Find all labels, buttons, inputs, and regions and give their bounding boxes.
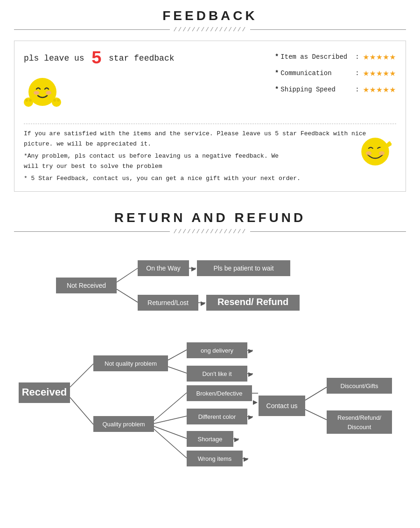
returned-lost-label: Returned/Lost [147,299,189,306]
svg-point-1 [34,91,39,95]
resend-refund-label: Resend/ Refund [217,297,288,307]
svg-marker-53 [244,457,248,462]
headline-pre: pls leave us [24,54,84,63]
different-color-label: Different color [198,413,236,420]
feedback-body-line-1: If you are satisfied with the items and … [24,129,396,139]
colon-1: : [355,53,359,61]
svg-marker-33 [248,349,253,354]
rating-label-item-described: Item as Described [280,53,355,61]
emoji-right [359,135,392,184]
stars-shipping: ★★★★★ [363,83,396,96]
feedback-body: If you are satisfied with the items and … [24,124,396,184]
svg-text:Discount: Discount [348,424,371,431]
svg-point-13 [366,151,371,155]
quality-label: Quality problem [102,421,145,428]
svg-point-5 [25,99,28,102]
feedback-left: pls leave us 5 star feedback [24,49,175,119]
svg-marker-36 [248,372,253,377]
broken-defective-label: Broken/Defective [196,390,243,397]
svg-line-57 [305,410,327,420]
svg-point-3 [24,97,33,107]
feedback-section: FEEDBACK //////////////// pls leave us 5… [0,0,420,206]
rating-label-communication: Communication [280,69,355,77]
asterisk-3: * [275,86,279,93]
not-received-diagram: Not Received On the Way Pls be patient t… [19,252,411,322]
svg-point-6 [29,99,32,102]
svg-line-41 [154,426,187,438]
rating-row-communication: * Communication : ★★★★★ [275,67,396,79]
on-the-way-label: On the Way [146,264,180,272]
svg-line-16 [117,268,138,282]
rating-row-shipping: * Shipping Speed : ★★★★★ [275,83,396,96]
feedback-title: FEEDBACK [14,8,406,23]
colon-2: : [355,69,359,77]
shortage-label: Shortage [198,436,223,443]
refund-divider-slashes: //////////////// [170,228,251,235]
refund-title: RETURN AND REFUND [14,210,406,225]
refund-divider-line-left [14,231,170,232]
body-text-2: picture. we will be appreciated it. [24,140,151,147]
feedback-body-line-4: will try our best to solve the problem [24,161,396,172]
received-label: Received [22,386,67,398]
feedback-divider: //////////////// [14,26,406,33]
feedback-body-line-3: *Any problem, pls contact us before leav… [24,151,396,161]
svg-marker-23 [201,301,205,306]
refund-divider-line-right [250,231,406,232]
svg-point-8 [57,99,60,102]
not-received-label: Not Received [67,282,106,289]
resend-refund-discount-label: Resend/Refund/ [337,414,381,421]
svg-line-30 [168,350,187,360]
svg-point-7 [53,99,56,102]
stars-communication: ★★★★★ [363,67,396,79]
feedback-body-line-2: picture. we will be appreciated it. [24,139,396,149]
svg-line-39 [154,393,187,421]
svg-line-40 [154,416,187,424]
feedback-top: pls leave us 5 star feedback [24,49,396,119]
feedback-headline: pls leave us 5 star feedback [24,49,175,69]
body-text-4: will try our best to solve the problem [24,163,162,170]
divider-line-left [14,29,170,30]
svg-marker-47 [253,400,258,405]
long-delivery-label: ong delivery [201,347,234,354]
svg-line-28 [70,397,93,424]
stars-item-described: ★★★★★ [363,50,396,63]
discount-gifts-label: Discount/Gifts [341,382,378,389]
svg-marker-51 [234,438,239,442]
divider-line-right [250,29,406,30]
headline-post: star feedback [109,54,174,63]
divider-slashes: //////////////// [170,26,251,33]
body-text-5: * 5 Star Feedback, contact us, you can g… [24,175,301,182]
asterisk-1: * [275,53,279,61]
svg-marker-49 [248,415,253,420]
contact-us-label: Contact us [266,402,298,410]
not-received-flow: Not Received On the Way Pls be patient t… [14,243,406,480]
body-text-1: If you are satisfied with the items and … [24,130,366,137]
refund-section: RETURN AND REFUND //////////////// Not R… [0,206,420,490]
svg-marker-19 [191,267,196,271]
svg-line-17 [117,289,138,302]
svg-line-56 [305,387,327,400]
svg-line-31 [168,367,187,373]
svg-line-27 [70,364,93,387]
not-quality-label: Not quality problem [105,360,157,367]
asterisk-2: * [275,69,279,77]
emoji-left [24,75,61,119]
colon-3: : [355,86,359,93]
wrong-items-label: Wrong items [198,455,232,462]
svg-point-2 [46,91,51,95]
refund-divider: //////////////// [14,228,406,235]
rating-label-shipping: Shipping Speed [280,86,355,93]
dont-like-label: Don't like it [202,370,232,377]
svg-line-42 [154,429,187,458]
body-text-3: *Any problem, pls contact us before leav… [24,153,279,160]
feedback-box: pls leave us 5 star feedback [14,41,406,192]
feedback-ratings: * Item as Described : ★★★★★ * Communicat… [275,50,396,96]
pls-patient-label: Pls be patient to wait [213,264,273,272]
rating-row-item-described: * Item as Described : ★★★★★ [275,50,396,63]
svg-point-4 [52,97,61,107]
svg-point-14 [379,151,385,155]
feedback-body-line-5: * 5 Star Feedback, contact us, you can g… [24,174,396,184]
headline-five: 5 [91,49,102,69]
received-diagram: Received Not quality problem ong deliver… [19,327,411,471]
